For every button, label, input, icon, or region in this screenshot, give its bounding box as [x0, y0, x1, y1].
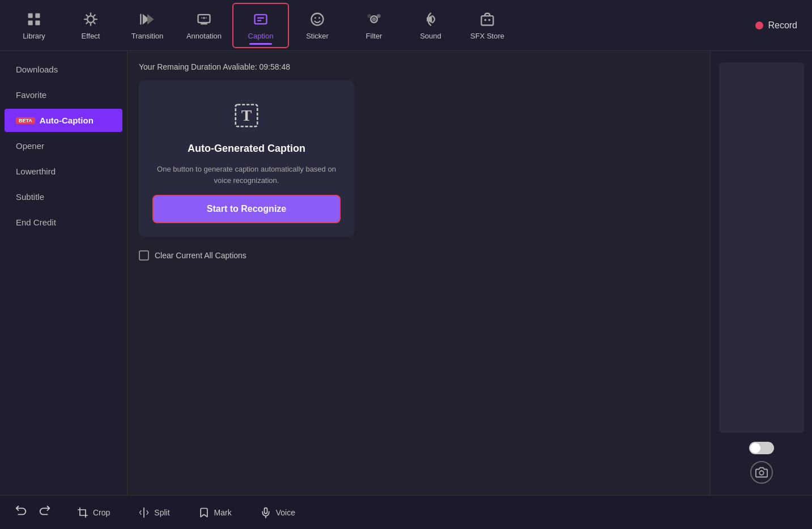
sidebar-lowerthird-label: Lowerthird — [16, 167, 56, 176]
content-area: Your Remaing Duration Avaliable: 09:58:4… — [127, 51, 710, 495]
svg-rect-1 — [35, 14, 40, 18]
toolbar-caption[interactable]: Caption — [232, 3, 289, 48]
svg-rect-32 — [482, 16, 494, 25]
sidebar-item-end-credit[interactable]: End Credit — [5, 211, 122, 234]
main-layout: Downloads Favorite beta Auto-Caption Ope… — [0, 51, 812, 495]
sfx-store-icon — [478, 10, 496, 28]
svg-point-19 — [203, 17, 205, 19]
crop-button[interactable]: Crop — [71, 504, 116, 522]
split-button[interactable]: Split — [133, 504, 175, 522]
toolbar-effect-label: Effect — [81, 32, 100, 40]
mark-button[interactable]: Mark — [193, 504, 237, 522]
svg-line-10 — [93, 22, 95, 24]
svg-rect-39 — [264, 507, 267, 513]
record-button[interactable]: Record — [746, 16, 806, 35]
toolbar-sfx-store-label: SFX Store — [470, 32, 504, 40]
svg-point-4 — [87, 16, 94, 23]
sidebar-subtitle-label: Subtitle — [16, 192, 44, 202]
auto-caption-icon: T — [228, 97, 265, 134]
crop-label: Crop — [93, 508, 110, 517]
svg-point-27 — [318, 17, 320, 19]
svg-marker-14 — [147, 14, 154, 25]
sidebar-favorite-label: Favorite — [16, 90, 46, 100]
caption-card-title: Auto-Generated Caption — [188, 143, 305, 155]
svg-point-33 — [484, 19, 487, 20]
sidebar-end-credit-label: End Credit — [16, 217, 56, 227]
voice-button[interactable]: Voice — [254, 504, 301, 522]
svg-point-37 — [759, 471, 763, 475]
sidebar-item-opener[interactable]: Opener — [5, 134, 122, 157]
filter-icon — [365, 10, 383, 28]
svg-line-11 — [93, 15, 95, 16]
toolbar-library[interactable]: Library — [6, 3, 62, 48]
toolbar-sticker-label: Sticker — [306, 32, 329, 40]
svg-point-34 — [488, 19, 491, 20]
svg-point-31 — [367, 14, 371, 18]
annotation-icon — [195, 10, 213, 28]
caption-card-description: One button to generate caption automatic… — [152, 164, 341, 186]
svg-rect-3 — [35, 20, 40, 25]
sound-icon — [422, 10, 440, 28]
sidebar-item-favorite[interactable]: Favorite — [5, 83, 122, 106]
top-toolbar: Library Effect Transit — [0, 0, 812, 51]
toolbar-library-label: Library — [23, 32, 45, 40]
svg-line-12 — [86, 22, 88, 24]
sidebar-item-lowerthird[interactable]: Lowerthird — [5, 160, 122, 183]
record-dot-icon — [755, 22, 763, 29]
caption-card: T Auto-Generated Caption One button to g… — [139, 80, 354, 237]
sidebar: Downloads Favorite beta Auto-Caption Ope… — [0, 51, 127, 495]
svg-rect-0 — [28, 14, 33, 18]
toolbar-sticker[interactable]: Sticker — [289, 3, 346, 48]
redo-button[interactable] — [35, 501, 54, 523]
bottom-toolbar: Crop Split Mark Voice — [0, 495, 812, 529]
svg-point-30 — [377, 14, 381, 18]
library-icon — [25, 10, 43, 28]
start-recognize-button[interactable]: Start to Recognize — [152, 195, 341, 223]
effect-icon — [82, 10, 100, 28]
sidebar-downloads-label: Downloads — [16, 65, 58, 74]
undo-redo-group — [11, 501, 54, 523]
toolbar-annotation[interactable]: Annotation — [176, 3, 232, 48]
toggle-switch[interactable] — [749, 442, 774, 454]
duration-text: Your Remaing Duration Avaliable: 09:58:4… — [139, 62, 699, 71]
svg-line-9 — [86, 15, 88, 16]
toolbar-effect[interactable]: Effect — [62, 3, 119, 48]
clear-captions-checkbox[interactable] — [139, 250, 149, 261]
preview-area — [719, 62, 804, 433]
toolbar-sfx-store[interactable]: SFX Store — [459, 3, 516, 48]
toolbar-sound-label: Sound — [420, 32, 441, 40]
toolbar-sound[interactable]: Sound — [402, 3, 459, 48]
caption-active-indicator — [249, 43, 272, 45]
clear-captions-row: Clear Current All Captions — [139, 250, 699, 261]
toolbar-filter-label: Filter — [366, 32, 382, 40]
beta-badge: beta — [16, 117, 35, 124]
screenshot-button[interactable] — [750, 461, 773, 484]
sidebar-auto-caption-label: Auto-Caption — [40, 116, 93, 125]
toolbar-transition[interactable]: Transition — [119, 3, 176, 48]
svg-point-26 — [314, 17, 316, 19]
clear-captions-label: Clear Current All Captions — [155, 251, 246, 260]
svg-text:T: T — [241, 106, 252, 124]
split-label: Split — [154, 508, 169, 517]
toolbar-filter[interactable]: Filter — [346, 3, 402, 48]
sidebar-item-auto-caption[interactable]: beta Auto-Caption — [5, 109, 122, 132]
transition-icon — [138, 10, 156, 28]
svg-point-29 — [372, 18, 376, 22]
undo-button[interactable] — [11, 501, 31, 523]
right-panel — [710, 51, 812, 495]
voice-label: Voice — [276, 508, 295, 517]
sidebar-item-downloads[interactable]: Downloads — [5, 58, 122, 81]
sidebar-item-subtitle[interactable]: Subtitle — [5, 185, 122, 208]
sticker-icon — [308, 10, 326, 28]
svg-rect-22 — [255, 15, 267, 24]
toolbar-caption-label: Caption — [248, 32, 274, 40]
svg-point-25 — [312, 14, 324, 25]
caption-icon — [252, 10, 270, 28]
toolbar-annotation-label: Annotation — [186, 32, 222, 40]
toolbar-transition-label: Transition — [131, 32, 164, 40]
sidebar-opener-label: Opener — [16, 141, 44, 151]
svg-rect-2 — [28, 20, 33, 25]
mark-label: Mark — [214, 508, 232, 517]
record-label: Record — [768, 20, 797, 31]
right-controls — [749, 442, 774, 484]
